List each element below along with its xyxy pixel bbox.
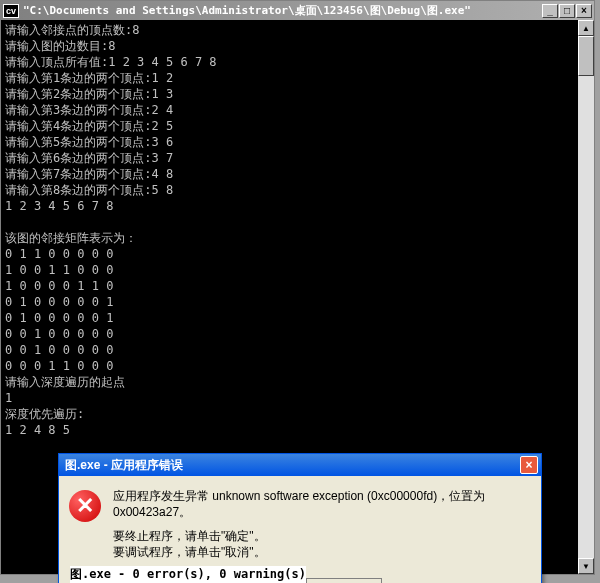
dialog-titlebar: 图.exe - 应用程序错误 × [59,454,541,476]
cmd-icon: cv [3,4,19,18]
error-icon: ✕ [69,490,101,522]
minimize-button[interactable]: _ [542,4,558,18]
window-title: "C:\Documents and Settings\Administrator… [23,3,471,18]
close-button[interactable]: × [576,4,592,18]
status-bar-text: 图.exe - 0 error(s), 0 warning(s) [70,566,306,583]
dialog-title: 图.exe - 应用程序错误 [62,457,183,474]
titlebar: cv "C:\Documents and Settings\Administra… [1,1,594,20]
dialog-message: 应用程序发生异常 unknown software exception (0xc… [113,488,531,560]
dialog-message-line3: 要调试程序，请单击"取消"。 [113,544,531,560]
scroll-up-button[interactable]: ▲ [578,20,594,36]
vertical-scrollbar[interactable]: ▲ ▼ [578,20,594,574]
dialog-message-line2: 要终止程序，请单击"确定"。 [113,528,531,544]
error-dialog: 图.exe - 应用程序错误 × ✕ 应用程序发生异常 unknown soft… [58,453,542,583]
scroll-thumb[interactable] [578,36,594,76]
scroll-down-button[interactable]: ▼ [578,558,594,574]
dialog-message-line1: 应用程序发生异常 unknown software exception (0xc… [113,488,531,520]
titlebar-left: cv "C:\Documents and Settings\Administra… [3,3,471,18]
cancel-button[interactable]: 取消 [306,578,382,583]
dialog-close-button[interactable]: × [520,456,538,474]
scroll-track[interactable] [578,36,594,558]
maximize-button[interactable]: □ [559,4,575,18]
dialog-body: ✕ 应用程序发生异常 unknown software exception (0… [59,476,541,572]
window-controls: _ □ × [542,4,592,18]
